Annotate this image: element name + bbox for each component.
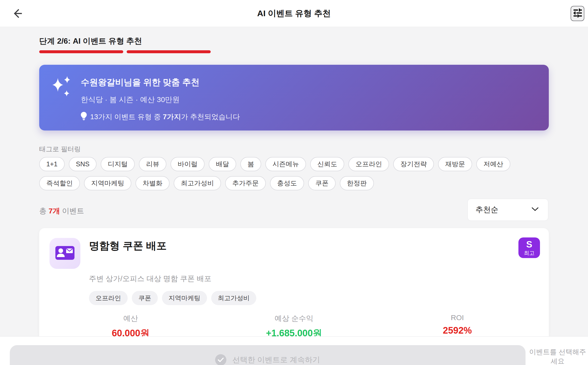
tag-pill-viral[interactable]: 바이럴	[171, 157, 205, 171]
tag-pill-upsell[interactable]: 추가주문	[225, 176, 266, 190]
tag-filter-list: 1+1 SNS 디지털 리뷰 바이럴 배달 봄 시즌메뉴 신뢰도 오프라인 장기…	[39, 157, 551, 190]
tag-pill-delivery[interactable]: 배달	[209, 157, 236, 171]
banner-info: 13가지 이벤트 유형 중 7가지가 추천되었습니다	[81, 112, 240, 122]
progress-bar	[39, 50, 549, 53]
continue-button-label: 선택한 이벤트로 계속하기	[232, 355, 320, 365]
bottom-bar: 선택한 이벤트로 계속하기 이벤트를 선택해주 세요	[0, 336, 588, 365]
tag-pill-revisit[interactable]: 재방문	[438, 157, 472, 171]
event-tag-best-value: 최고가성비	[211, 291, 256, 305]
stat-budget: 예산 60,000원	[49, 313, 212, 339]
sort-dropdown-value: 추천순	[476, 205, 498, 215]
event-count: 7개	[49, 207, 60, 215]
page-title: AI 이벤트 유형 추천	[0, 0, 588, 27]
tag-pill-1+1[interactable]: 1+1	[39, 157, 65, 171]
tag-pill-best-value[interactable]: 최고가성비	[174, 176, 221, 190]
progress-segment-1	[39, 50, 123, 53]
contact-card-icon	[55, 246, 74, 261]
sparkles-icon	[50, 76, 74, 100]
stat-budget-label: 예산	[49, 313, 212, 324]
banner-info-text: 13가지 이벤트 유형 중 7가지가 추천되었습니다	[90, 112, 240, 122]
tag-pill-lowbudget[interactable]: 저예산	[476, 157, 510, 171]
continue-button[interactable]: 선택한 이벤트로 계속하기	[10, 345, 526, 365]
chevron-down-icon	[531, 207, 539, 212]
tag-pill-review[interactable]: 리뷰	[139, 157, 166, 171]
event-icon-tile	[49, 238, 80, 269]
tag-pill-coupon[interactable]: 쿠폰	[308, 176, 336, 190]
event-card[interactable]: 명함형 쿠폰 배포 S 최고 주변 상가/오피스 대상 명함 쿠폰 배포 오프라…	[39, 228, 549, 337]
tag-pill-local-marketing[interactable]: 지역마케팅	[84, 176, 131, 190]
event-count-summary: 총 7개 이벤트	[39, 206, 84, 216]
recommendation-banner: 수원왕갈비님을 위한 맞춤 추천 한식당 · 봄 시즌 · 예산 30만원 13…	[39, 65, 549, 130]
tag-pill-trust[interactable]: 신뢰도	[310, 157, 344, 171]
tag-pill-longterm[interactable]: 장기전략	[393, 157, 434, 171]
sort-dropdown[interactable]: 추천순	[467, 199, 548, 221]
event-tag-list: 오프라인 쿠폰 지역마케팅 최고가성비	[89, 291, 256, 305]
stat-profit-label: 예상 순수익	[212, 313, 376, 324]
event-title: 명함형 쿠폰 배포	[89, 239, 167, 253]
select-hint-text: 이벤트를 선택해주 세요	[527, 347, 588, 365]
banner-title: 수원왕갈비님을 위한 맞춤 추천	[81, 77, 199, 88]
banner-subtitle: 한식당 · 봄 시즌 · 예산 30만원	[81, 95, 180, 105]
tag-pill-loyalty[interactable]: 충성도	[270, 176, 304, 190]
filter-settings-button[interactable]	[571, 6, 584, 21]
grade-label: 최고	[524, 250, 535, 256]
stat-profit: 예상 순수익 +1,685,000원	[212, 313, 376, 339]
tag-pill-seasonal-menu[interactable]: 시즌메뉴	[265, 157, 306, 171]
tag-pill-differentiation[interactable]: 차별화	[135, 176, 170, 190]
tag-pill-digital[interactable]: 디지털	[101, 157, 135, 171]
grade-badge: S 최고	[518, 237, 540, 258]
tag-pill-spring[interactable]: 봄	[240, 157, 261, 171]
check-circle-icon	[215, 354, 226, 365]
lightbulb-icon	[81, 112, 87, 122]
tag-pill-instant-discount[interactable]: 즉석할인	[39, 176, 80, 190]
event-stats: 예산 60,000원 예상 순수익 +1,685,000원 ROI 2592%	[49, 313, 539, 339]
tag-pill-sns[interactable]: SNS	[69, 157, 97, 171]
sliders-icon	[573, 8, 582, 19]
event-tag-coupon: 쿠폰	[132, 291, 158, 305]
header: AI 이벤트 유형 추천	[0, 0, 588, 27]
tag-pill-offline[interactable]: 오프라인	[348, 157, 389, 171]
event-tag-local-marketing: 지역마케팅	[162, 291, 207, 305]
step-label: 단계 2/6: AI 이벤트 유형 추천	[39, 36, 142, 47]
tag-filter-label: 태그로 필터링	[39, 145, 81, 154]
event-description: 주변 상가/오피스 대상 명함 쿠폰 배포	[89, 274, 211, 284]
stat-roi-label: ROI	[376, 313, 539, 322]
grade-letter: S	[526, 240, 532, 249]
stat-roi: ROI 2592%	[376, 313, 539, 339]
stat-roi-value: 2592%	[376, 325, 539, 336]
tag-pill-limited[interactable]: 한정판	[340, 176, 374, 190]
progress-segment-2	[127, 50, 211, 53]
event-tag-offline: 오프라인	[89, 291, 128, 305]
